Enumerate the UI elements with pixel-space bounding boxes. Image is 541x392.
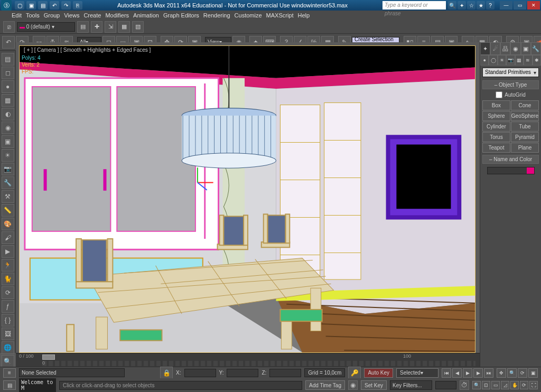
menu-group[interactable]: Group xyxy=(44,12,60,18)
menu-edit[interactable]: Edit xyxy=(12,12,22,18)
sphere-button[interactable]: Sphere xyxy=(482,111,510,121)
undo-icon[interactable]: ↶ xyxy=(50,1,59,10)
z-input[interactable] xyxy=(269,369,301,377)
lighting-icon[interactable]: ☀ xyxy=(2,149,14,162)
layer-dropdown[interactable]: ▬ 0 (default) ▾ xyxy=(17,22,75,32)
nav-zoom-icon[interactable]: 🔍 xyxy=(507,368,517,378)
search-icon[interactable]: 🔍 xyxy=(448,1,456,10)
cat-icon[interactable]: 🐈 xyxy=(2,273,14,285)
time-config-icon[interactable]: ⏱ xyxy=(460,380,469,390)
new-file-icon[interactable]: ▢ xyxy=(15,1,24,10)
utilities-tab-icon[interactable]: 🔧 xyxy=(531,42,541,55)
goto-start-icon[interactable]: ⏮ xyxy=(442,368,451,378)
menu-maxscript[interactable]: MAXScript xyxy=(266,12,294,18)
motion-tab-icon[interactable]: ◉ xyxy=(510,42,520,55)
menu-help[interactable]: Help xyxy=(298,12,310,18)
teapot-button[interactable]: Teapot xyxy=(482,143,510,153)
keymode-dropdown[interactable]: Selected ▾ xyxy=(396,368,439,378)
shapes-icon[interactable]: ◯ xyxy=(489,55,497,66)
nav-orbit-icon[interactable]: ⟳ xyxy=(518,368,527,378)
systems-icon[interactable]: ✱ xyxy=(533,55,541,66)
add-time-tag-button[interactable]: Add Time Tag xyxy=(305,380,345,390)
maxscript-mini-listener[interactable]: Welcome to M xyxy=(19,378,56,392)
hierarchy-tab-icon[interactable]: 品 xyxy=(500,42,510,55)
menu-customize[interactable]: Customize xyxy=(235,12,262,18)
autogrid-checkbox[interactable] xyxy=(496,91,502,98)
box-button[interactable]: Box xyxy=(482,100,510,110)
favorites-icon[interactable]: ★ xyxy=(477,1,485,10)
prev-frame-icon[interactable]: ◀ xyxy=(452,368,462,378)
nav-pan-icon[interactable]: ✥ xyxy=(497,368,506,378)
redo-icon[interactable]: ↷ xyxy=(61,1,71,10)
goto-end-icon[interactable]: ⏭ xyxy=(484,368,493,378)
cameras-icon[interactable]: 📷 xyxy=(506,55,515,66)
minimize-button[interactable]: — xyxy=(500,1,512,10)
menu-graph-editors[interactable]: Graph Editors xyxy=(163,12,199,18)
modify-tab-icon[interactable]: ☄ xyxy=(490,42,500,55)
menu-animation[interactable]: Animation xyxy=(133,12,159,18)
listener-toggle-icon[interactable]: ▤ xyxy=(3,380,16,390)
nav-max-icon[interactable]: ▣ xyxy=(528,368,538,378)
project-folder-icon[interactable]: ⎘ xyxy=(73,1,82,10)
play-icon[interactable]: ▶ xyxy=(463,368,472,378)
layer-manager-icon[interactable]: ▤ xyxy=(77,21,89,33)
measure-icon[interactable]: 📏 xyxy=(2,204,14,217)
animation-icon[interactable]: ▶ xyxy=(2,245,14,258)
search-scene-icon[interactable]: 🔍 xyxy=(2,355,14,368)
pan-icon[interactable]: ✋ xyxy=(510,381,519,389)
spacewarp-icon[interactable]: ≋ xyxy=(524,55,532,66)
scene-explorer-icon[interactable]: ⎚ xyxy=(3,21,15,33)
environment-icon[interactable]: 🌐 xyxy=(2,341,14,354)
zoom-all-icon[interactable]: ⊡ xyxy=(482,381,490,389)
reshape-icon[interactable]: ◐ xyxy=(2,108,14,120)
time-slider-thumb[interactable] xyxy=(42,354,55,360)
help-icon[interactable]: ? xyxy=(486,1,495,10)
layer-prop-2-icon[interactable]: ▧ xyxy=(132,21,144,33)
isolate-icon[interactable]: ◉ xyxy=(348,380,358,390)
helpers-icon[interactable]: ▦ xyxy=(515,55,524,66)
setkey-button[interactable]: Set Key xyxy=(361,380,387,390)
tube-button[interactable]: Tube xyxy=(511,122,539,132)
help-search-input[interactable]: Type a keyword or phrase xyxy=(383,1,446,10)
script-icon[interactable]: { } xyxy=(2,314,14,326)
brush-icon[interactable]: 🖌 xyxy=(2,231,14,244)
torus-button[interactable]: Torus xyxy=(482,132,510,142)
open-file-icon[interactable]: ▣ xyxy=(26,1,36,10)
transform-icon[interactable]: ▦ xyxy=(2,94,14,107)
communication-icon[interactable]: ☆ xyxy=(467,1,475,10)
object-type-rollout[interactable]: – Object Type xyxy=(482,80,539,89)
add-to-layer-icon[interactable]: ✚ xyxy=(91,21,102,33)
display-tab-icon[interactable]: ▣ xyxy=(521,42,531,55)
lights-icon[interactable]: ☀ xyxy=(498,55,506,66)
next-frame-icon[interactable]: ▶ xyxy=(473,368,483,378)
viewport[interactable]: [ + ] [ Camera ] [ Smooth + Highlights +… xyxy=(19,45,475,353)
cameras-icon[interactable]: 📷 xyxy=(2,163,14,175)
menu-rendering[interactable]: Rendering xyxy=(203,12,230,18)
create-tab-icon[interactable]: ✦ xyxy=(480,42,490,55)
render-vp-icon[interactable]: 🖼 xyxy=(2,328,14,340)
graphite-panel-icon[interactable]: ▤ xyxy=(2,53,14,66)
key-icon[interactable]: 🔑 xyxy=(348,367,361,379)
func-icon[interactable]: ƒ xyxy=(2,300,14,313)
material-edit-icon[interactable]: ◉ xyxy=(2,122,14,134)
primitive-category-dropdown[interactable]: Standard Primitives xyxy=(482,68,539,77)
paint-select-icon[interactable]: ● xyxy=(2,80,14,93)
close-button[interactable]: ✕ xyxy=(527,1,540,10)
orbit-icon[interactable]: ⟳ xyxy=(520,381,528,389)
geosphere-button[interactable]: GeoSphere xyxy=(511,111,539,121)
select-layer-icon[interactable]: ⇲ xyxy=(105,21,116,33)
layer-prop-1-icon[interactable]: ▦ xyxy=(118,21,130,33)
x-input[interactable] xyxy=(184,369,216,377)
menu-create[interactable]: Create xyxy=(83,12,101,18)
zoom-extents-icon[interactable]: ▭ xyxy=(491,381,500,389)
autokey-button[interactable]: Auto Key xyxy=(364,368,393,378)
viewport-label[interactable]: [ + ] [ Camera ] [ Smooth + Highlights +… xyxy=(22,47,153,53)
app-logo[interactable]: ⓢ xyxy=(1,0,12,11)
slate-material-icon[interactable]: ▣ xyxy=(2,135,14,148)
poly-select-icon[interactable]: ◻ xyxy=(2,67,14,79)
name-color-rollout[interactable]: – Name and Color xyxy=(482,155,539,164)
track-bar[interactable] xyxy=(42,361,475,366)
lock-icon[interactable]: 🔒 xyxy=(160,367,173,379)
menu-modifiers[interactable]: Modifiers xyxy=(105,12,129,18)
cone-button[interactable]: Cone xyxy=(511,100,539,110)
